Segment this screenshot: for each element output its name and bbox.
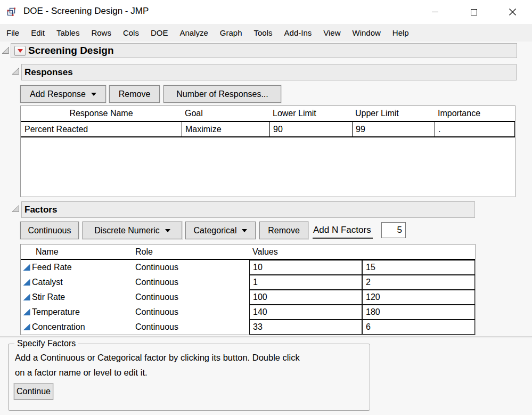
menu-tools[interactable]: Tools: [248, 24, 279, 42]
continuous-factor-icon: [23, 323, 30, 331]
categorical-button[interactable]: Categorical: [185, 222, 256, 239]
factor-name-cell[interactable]: Feed Rate: [21, 260, 134, 275]
menu-analyze[interactable]: Analyze: [174, 24, 214, 42]
factor-role-cell[interactable]: Continuous: [134, 320, 249, 335]
factor-row: Temperature Continuous 140 180: [21, 305, 475, 320]
minimize-button[interactable]: [415, 0, 454, 24]
number-of-responses-label: Number of Responses...: [176, 89, 268, 99]
categorical-label: Categorical: [194, 226, 237, 235]
maximize-icon: [471, 9, 477, 15]
menu-graph[interactable]: Graph: [214, 24, 248, 42]
specify-factors-panel: Specify Factors Add a Continuous or Cate…: [8, 344, 370, 411]
discrete-numeric-button[interactable]: Discrete Numeric: [83, 222, 182, 239]
close-button[interactable]: [493, 0, 532, 24]
window-title: DOE - Screening Design - JMP: [23, 6, 149, 17]
remove-response-button[interactable]: Remove: [109, 85, 160, 103]
factor-row: Catalyst Continuous 1 2: [21, 275, 475, 290]
factor-name-cell[interactable]: Stir Rate: [21, 290, 134, 305]
menu-bar: File Edit Tables Rows Cols DOE Analyze G…: [0, 24, 532, 42]
menu-tables[interactable]: Tables: [51, 24, 85, 42]
remove-factor-button[interactable]: Remove: [259, 222, 308, 239]
maximize-button[interactable]: [454, 0, 493, 24]
factor-value-low-cell[interactable]: 100: [249, 290, 362, 305]
factors-header: Factors: [21, 201, 475, 218]
menu-add-ins[interactable]: Add-Ins: [279, 24, 318, 42]
screening-design-title: Screening Design: [28, 45, 114, 56]
factor-role-cell[interactable]: Continuous: [134, 275, 249, 290]
continuous-label: Continuous: [28, 226, 71, 235]
factor-role-cell[interactable]: Continuous: [134, 290, 249, 305]
disclosure-open-icon[interactable]: [2, 46, 10, 54]
factor-value-low-cell[interactable]: 1: [249, 275, 362, 290]
column-header-goal: Goal: [182, 109, 269, 118]
response-name-cell[interactable]: Percent Reacted: [21, 122, 182, 136]
continuous-factor-icon: [23, 279, 30, 286]
column-header-response-name: Response Name: [21, 109, 182, 118]
minimize-icon: [432, 12, 438, 12]
remove-factor-label: Remove: [268, 226, 300, 235]
factor-name: Stir Rate: [32, 292, 65, 302]
factor-name-cell[interactable]: Temperature: [21, 305, 134, 320]
response-upper-limit-cell[interactable]: 99: [352, 122, 435, 136]
factor-name: Catalyst: [32, 278, 63, 287]
continuous-factor-icon: [23, 308, 30, 316]
factor-name: Concentration: [32, 322, 85, 332]
factor-name-cell[interactable]: Concentration: [21, 320, 134, 335]
column-header-lower-limit: Lower Limit: [269, 109, 352, 118]
menu-edit[interactable]: Edit: [25, 24, 51, 42]
column-header-name: Name: [21, 247, 134, 257]
menu-file[interactable]: File: [1, 24, 25, 42]
add-n-factors-input[interactable]: [381, 222, 406, 238]
factor-value-high-cell[interactable]: 15: [362, 260, 475, 275]
factor-row: Feed Rate Continuous 10 15: [21, 260, 475, 275]
factor-row: Concentration Continuous 33 6: [21, 320, 475, 335]
menu-help[interactable]: Help: [387, 24, 415, 42]
responses-table: Response Name Goal Lower Limit Upper Lim…: [20, 105, 515, 197]
factor-role-cell[interactable]: Continuous: [134, 305, 249, 320]
red-triangle-menu-button[interactable]: [14, 46, 26, 56]
response-importance-cell[interactable]: .: [435, 122, 515, 136]
continuous-button[interactable]: Continuous: [20, 222, 79, 239]
title-bar: DOE - Screening Design - JMP: [0, 0, 532, 24]
dropdown-arrow-icon: [165, 229, 170, 232]
response-goal-cell[interactable]: Maximize: [182, 122, 269, 136]
menu-doe[interactable]: DOE: [145, 24, 174, 42]
help-text-line1: Add a Continuous or Categorical factor b…: [15, 350, 300, 365]
remove-response-label: Remove: [119, 89, 151, 99]
dropdown-arrow-icon: [242, 229, 247, 232]
continue-button[interactable]: Continue: [14, 384, 53, 400]
response-lower-limit-cell[interactable]: 90: [269, 122, 352, 136]
menu-rows[interactable]: Rows: [85, 24, 117, 42]
add-response-button[interactable]: Add Response: [20, 85, 106, 103]
factor-name: Temperature: [32, 307, 80, 317]
section-divider: [0, 336, 532, 338]
disclosure-open-icon[interactable]: [12, 67, 20, 75]
factor-value-high-cell[interactable]: 6: [362, 320, 475, 335]
factor-value-high-cell[interactable]: 120: [362, 290, 475, 305]
factor-name-cell[interactable]: Catalyst: [21, 275, 134, 290]
menu-cols[interactable]: Cols: [117, 24, 145, 42]
factor-role-cell[interactable]: Continuous: [134, 260, 249, 275]
menu-view[interactable]: View: [317, 24, 346, 42]
column-header-values: Values: [249, 247, 475, 257]
column-header-upper-limit: Upper Limit: [352, 109, 435, 118]
specify-factors-help-text: Add a Continuous or Categorical factor b…: [15, 350, 300, 380]
number-of-responses-button[interactable]: Number of Responses...: [163, 85, 281, 103]
disclosure-open-icon[interactable]: [12, 205, 20, 213]
factor-value-low-cell[interactable]: 140: [249, 305, 362, 320]
factor-row: Stir Rate Continuous 100 120: [21, 290, 475, 305]
column-header-role: Role: [134, 247, 249, 257]
continue-label: Continue: [17, 387, 51, 396]
red-triangle-icon: [18, 49, 23, 53]
report-content: Screening Design Responses Add Response …: [0, 42, 532, 415]
menu-window[interactable]: Window: [347, 24, 387, 42]
factor-value-low-cell[interactable]: 10: [249, 260, 362, 275]
factor-value-high-cell[interactable]: 180: [362, 305, 475, 320]
factor-value-low-cell[interactable]: 33: [249, 320, 362, 335]
dropdown-arrow-icon: [91, 93, 96, 96]
responses-header: Responses: [21, 64, 517, 80]
factor-name: Feed Rate: [32, 263, 72, 272]
factor-value-high-cell[interactable]: 2: [362, 275, 475, 290]
screening-design-header: Screening Design: [11, 43, 517, 58]
specify-factors-legend: Specify Factors: [14, 339, 78, 348]
